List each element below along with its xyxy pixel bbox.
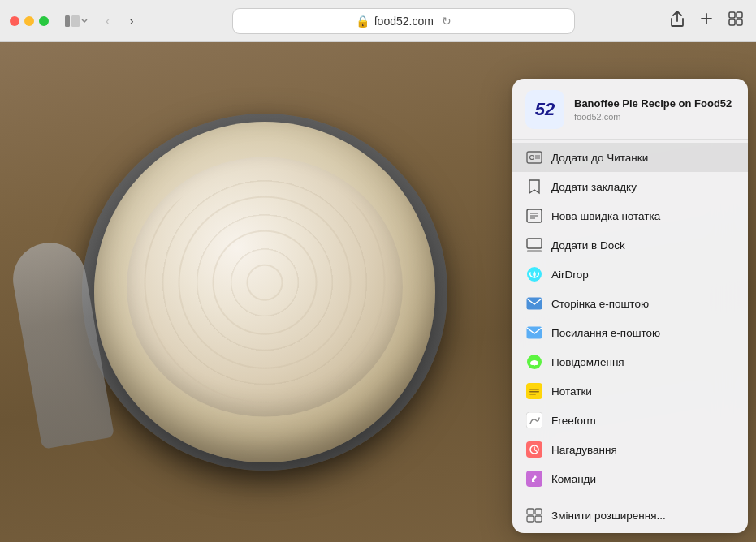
reminders-label: Нагадування <box>551 444 735 456</box>
readlist-label: Додати до Читанки <box>551 152 735 164</box>
browser-chrome: ‹ › 🔒 food52.com ↻ <box>0 0 756 42</box>
svg-rect-2 <box>729 12 735 18</box>
menu-item-bookmark[interactable]: Додати закладку <box>512 172 748 201</box>
sidebar-toggle-button[interactable] <box>60 12 93 30</box>
tab-overview-button[interactable] <box>725 8 746 33</box>
svg-rect-14 <box>527 239 542 248</box>
shortcuts-label: Команди <box>551 473 735 485</box>
menu-item-freeform[interactable]: Freeform <box>512 406 748 435</box>
share-site-info: Banoffee Pie Recipe on Food52 food52.com <box>574 97 732 123</box>
airdrop-label: AirDrop <box>551 269 735 281</box>
maximize-button[interactable] <box>39 16 49 26</box>
share-menu: 52 Banoffee Pie Recipe on Food52 food52.… <box>512 79 748 533</box>
menu-item-mailpage[interactable]: Сторінка е-поштою <box>512 289 748 318</box>
messages-icon <box>525 353 543 371</box>
dock-label: Додати в Dock <box>551 239 735 252</box>
quicknote-label: Нова швидка нотатка <box>551 210 735 222</box>
menu-item-airdrop[interactable]: AirDrop <box>512 260 748 289</box>
maillink-icon <box>525 324 543 342</box>
reload-icon[interactable]: ↻ <box>442 15 451 28</box>
mailpage-icon <box>525 295 543 312</box>
new-tab-button[interactable] <box>696 8 717 33</box>
url-text: food52.com <box>374 15 434 28</box>
readlist-icon <box>525 148 543 166</box>
tab-grid-icon <box>728 11 743 26</box>
svg-rect-4 <box>729 19 735 25</box>
svg-rect-18 <box>527 327 542 339</box>
menu-item-shortcuts[interactable]: Команди <box>512 464 748 493</box>
bookmark-icon <box>525 178 543 196</box>
site-icon: 52 <box>525 90 564 129</box>
svg-rect-24 <box>526 412 542 428</box>
svg-rect-17 <box>527 298 542 310</box>
notes-label: Нотатки <box>551 385 735 398</box>
traffic-lights <box>10 16 49 26</box>
share-site-url: food52.com <box>574 112 732 122</box>
minimize-button[interactable] <box>24 16 34 26</box>
shortcuts-icon <box>525 470 543 488</box>
freeform-icon <box>525 411 543 429</box>
svg-rect-23 <box>529 394 536 395</box>
extensions-icon <box>525 506 543 524</box>
reminders-icon <box>525 441 543 458</box>
messages-label: Повідомлення <box>551 356 735 368</box>
toolbar-right <box>667 7 746 34</box>
freeform-label: Freeform <box>551 415 735 427</box>
menu-item-quicknote[interactable]: Нова швидка нотатка <box>512 201 748 230</box>
notes-icon <box>525 382 543 400</box>
menu-item-extensions[interactable]: Змінити розширення... <box>512 501 748 530</box>
chevron-down-icon <box>81 19 88 23</box>
share-menu-header: 52 Banoffee Pie Recipe on Food52 food52.… <box>512 79 748 140</box>
address-bar-wrapper: 🔒 food52.com ↻ <box>147 9 660 33</box>
svg-rect-30 <box>527 509 534 514</box>
svg-rect-5 <box>737 19 742 25</box>
address-bar[interactable]: 🔒 food52.com ↻ <box>233 9 574 33</box>
menu-item-messages[interactable]: Повідомлення <box>512 347 748 376</box>
maillink-label: Посилання е-поштою <box>551 327 735 339</box>
lock-icon: 🔒 <box>356 15 369 28</box>
dock-icon <box>525 236 543 254</box>
menu-item-dock[interactable]: Додати в Dock <box>512 230 748 260</box>
menu-item-notes[interactable]: Нотатки <box>512 376 748 406</box>
svg-rect-31 <box>535 509 542 514</box>
mailpage-label: Сторінка е-поштою <box>551 298 735 310</box>
svg-rect-22 <box>529 391 539 393</box>
bookmark-label: Додати закладку <box>551 181 735 193</box>
close-button[interactable] <box>10 16 19 26</box>
svg-rect-15 <box>527 250 542 252</box>
forward-button[interactable]: › <box>123 11 140 32</box>
svg-rect-21 <box>529 389 539 390</box>
svg-rect-0 <box>65 15 70 27</box>
back-button[interactable]: ‹ <box>99 11 116 32</box>
share-button[interactable] <box>667 7 688 34</box>
pie-swirl <box>139 168 391 407</box>
share-icon <box>670 11 685 27</box>
menu-item-maillink[interactable]: Посилання е-поштою <box>512 318 748 347</box>
sidebar-icon <box>65 15 80 27</box>
main-content: 52 Banoffee Pie Recipe on Food52 food52.… <box>0 42 756 542</box>
menu-divider <box>512 497 748 497</box>
menu-item-readlist[interactable]: Додати до Читанки <box>512 143 748 172</box>
svg-rect-1 <box>71 15 80 27</box>
svg-point-7 <box>530 156 534 160</box>
pie-image <box>94 122 435 462</box>
airdrop-icon <box>525 265 543 283</box>
share-site-title: Banoffee Pie Recipe on Food52 <box>574 97 732 111</box>
menu-item-reminders[interactable]: Нагадування <box>512 435 748 464</box>
svg-rect-33 <box>535 516 542 522</box>
quicknote-icon <box>525 207 543 225</box>
share-menu-items: Додати до Читанки Додати закладку <box>512 140 748 533</box>
svg-rect-3 <box>737 12 742 18</box>
extensions-label: Змінити розширення... <box>551 510 735 522</box>
plus-icon <box>699 11 714 26</box>
svg-rect-32 <box>527 516 534 522</box>
